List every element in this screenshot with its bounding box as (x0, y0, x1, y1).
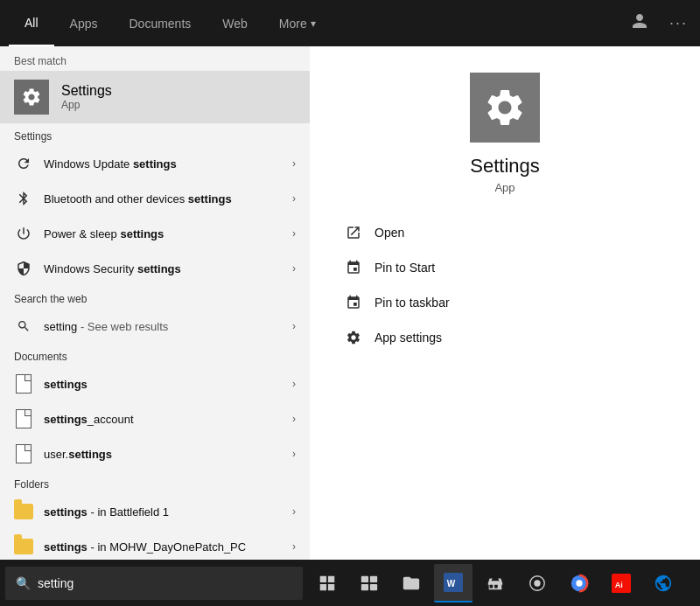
tab-more[interactable]: More ▾ (263, 0, 332, 46)
user-settings-item[interactable]: user.settings › (0, 436, 310, 471)
settings-section-header: Settings (0, 123, 310, 146)
chevron-right-icon: › (292, 448, 296, 460)
svg-rect-3 (370, 583, 377, 589)
taskbar: 🔍 setting W Ai (0, 560, 700, 606)
folder-icon (14, 537, 33, 556)
settings-doc-item[interactable]: settings › (0, 366, 310, 401)
svg-text:W: W (447, 578, 456, 588)
chevron-right-icon: › (292, 157, 296, 170)
svg-rect-1 (370, 575, 377, 582)
settings-doc-text: settings (44, 378, 282, 391)
pin-taskbar-label: Pin to taskbar (374, 296, 450, 310)
bluetooth-icon (14, 189, 33, 208)
svg-rect-2 (361, 583, 368, 589)
chevron-right-icon: › (292, 378, 296, 390)
pin-start-icon (345, 259, 362, 276)
search-web-icon (14, 317, 33, 336)
store-button[interactable] (476, 564, 514, 603)
refresh-icon (14, 154, 33, 173)
action-list: Open Pin to Start Pin to taskbar App set… (327, 215, 682, 355)
power-sleep-text: Power & sleep settings (44, 227, 282, 240)
web-search-text: setting - See web results (44, 320, 282, 333)
document-icon (14, 374, 33, 394)
best-match-text: Settings App (61, 83, 112, 111)
open-label: Open (374, 226, 404, 240)
cortana-button[interactable] (518, 564, 556, 603)
folders-section-header: Folders (0, 471, 310, 494)
right-panel: Settings App Open Pin to Start Pin to ta… (310, 46, 700, 560)
pin-start-label: Pin to Start (374, 261, 435, 275)
app-title: Settings (470, 155, 540, 178)
windows-security-text: Windows Security settings (44, 262, 282, 275)
gear-settings-icon (345, 329, 362, 346)
account-icon[interactable] (627, 9, 652, 38)
best-match-settings[interactable]: Settings App (0, 71, 310, 123)
main-content: Best match Settings App Settings Windows (0, 46, 700, 560)
user-settings-text: user.settings (44, 448, 282, 461)
chevron-right-icon: › (292, 192, 296, 205)
chevron-right-icon: › (292, 540, 296, 553)
multitask-button[interactable] (350, 564, 388, 603)
chevron-right-icon: › (292, 505, 296, 518)
app-settings-action[interactable]: App settings (345, 320, 665, 355)
app-subtitle: App (494, 181, 514, 194)
nav-right-icons: ··· (627, 9, 691, 38)
document-icon (14, 444, 33, 463)
folder-icon (14, 502, 33, 521)
web-search-item[interactable]: setting - See web results › (0, 309, 310, 344)
svg-point-9 (576, 580, 582, 586)
taskbar-search-box[interactable]: 🔍 setting (5, 567, 303, 600)
svg-rect-0 (361, 575, 368, 582)
windows-security-item[interactable]: Windows Security settings › (0, 251, 310, 286)
svg-text:Ai: Ai (615, 580, 623, 589)
chevron-right-icon: › (292, 262, 296, 275)
settings-account-text: settings_account (44, 413, 282, 426)
more-arrow-icon: ▾ (311, 17, 316, 30)
open-action[interactable]: Open (345, 215, 665, 250)
web-section-header: Search the web (0, 286, 310, 309)
power-icon (14, 224, 33, 243)
battlefield-folder-item[interactable]: settings - in Battlefield 1 › (0, 494, 310, 529)
bluetooth-item[interactable]: Bluetooth and other devices settings › (0, 181, 310, 216)
shield-icon (14, 259, 33, 278)
tab-all[interactable]: All (9, 0, 54, 46)
windows-update-text: Windows Update settings (44, 157, 282, 171)
tab-documents[interactable]: Documents (113, 0, 206, 46)
edge-button[interactable] (644, 564, 682, 603)
taskbar-search-input[interactable]: setting (38, 576, 74, 590)
taskview-button[interactable] (308, 564, 346, 603)
pin-start-action[interactable]: Pin to Start (345, 250, 665, 285)
left-panel: Best match Settings App Settings Windows (0, 46, 310, 560)
file-explorer-button[interactable] (392, 564, 430, 603)
documents-section-header: Documents (0, 344, 310, 366)
chevron-right-icon: › (292, 413, 296, 425)
settings-large-icon (470, 73, 540, 143)
mohw-folder-text: settings - in MOHW_DayOnePatch_PC (44, 540, 282, 554)
open-icon (345, 224, 362, 241)
pin-taskbar-action[interactable]: Pin to taskbar (345, 285, 665, 320)
best-match-header: Best match (0, 46, 310, 71)
bluetooth-text: Bluetooth and other devices settings (44, 192, 282, 205)
pin-taskbar-icon (345, 294, 362, 311)
taskbar-search-icon: 🔍 (16, 576, 31, 590)
more-options-icon[interactable]: ··· (666, 10, 691, 36)
chevron-right-icon: › (292, 320, 296, 332)
power-sleep-item[interactable]: Power & sleep settings › (0, 216, 310, 251)
word-button[interactable]: W (434, 564, 472, 603)
adobe-button[interactable]: Ai (602, 564, 640, 603)
top-navigation: All Apps Documents Web More ▾ ··· (0, 0, 700, 46)
svg-point-7 (534, 580, 540, 586)
windows-update-item[interactable]: Windows Update settings › (0, 146, 310, 181)
document-icon (14, 409, 33, 428)
settings-app-icon (14, 80, 49, 115)
chevron-right-icon: › (292, 227, 296, 240)
battlefield-folder-text: settings - in Battlefield 1 (44, 505, 282, 519)
app-settings-label: App settings (374, 331, 442, 345)
taskbar-icons: W Ai (308, 564, 682, 603)
chrome-button[interactable] (560, 564, 598, 603)
tab-apps[interactable]: Apps (54, 0, 114, 46)
tab-web[interactable]: Web (206, 0, 263, 46)
settings-account-item[interactable]: settings_account › (0, 401, 310, 436)
mohw-folder-item[interactable]: settings - in MOHW_DayOnePatch_PC › (0, 529, 310, 560)
